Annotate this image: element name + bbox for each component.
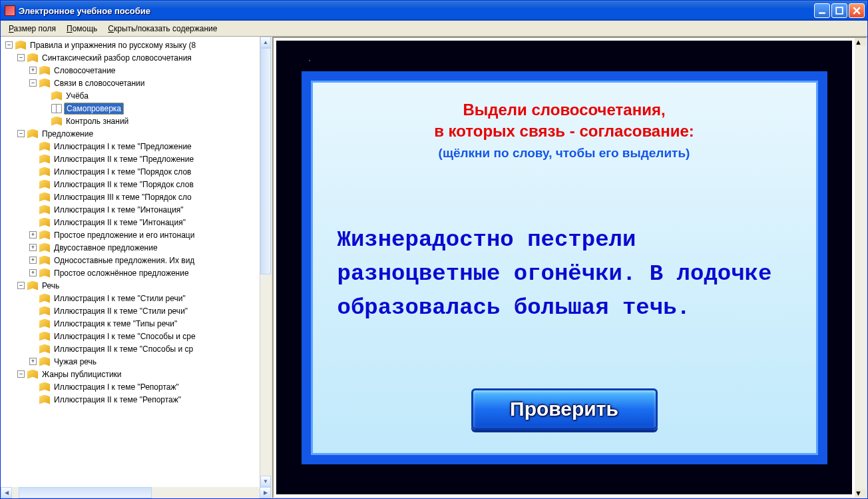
tree-node-label[interactable]: Иллюстрация I к теме "Способы и сре bbox=[52, 331, 198, 342]
book-icon bbox=[39, 243, 50, 252]
expand-icon[interactable]: + bbox=[29, 67, 37, 74]
tree-node-label[interactable]: Иллюстрация I к теме "Порядок слов bbox=[52, 167, 193, 177]
lesson-headline-1: Выдели словосочетания, bbox=[463, 101, 665, 119]
tree-node-label[interactable]: Иллюстрация I к теме "Стили речи" bbox=[52, 293, 188, 304]
tree-node[interactable]: −Речь bbox=[3, 279, 260, 292]
menu-toggle-contents[interactable]: Скрыть/показать содержание bbox=[103, 23, 222, 35]
tree-node-label[interactable]: Иллюстрация II к теме "Интонация" bbox=[52, 217, 188, 228]
collapse-icon[interactable]: − bbox=[29, 79, 37, 87]
tree-node[interactable]: Иллюстрация II к теме "Порядок слов bbox=[3, 178, 260, 191]
tree-node[interactable]: Иллюстрация I к теме "Интонация" bbox=[3, 203, 260, 216]
tree-node-label[interactable]: Чужая речь bbox=[52, 356, 99, 367]
tree-node[interactable]: −Предложение bbox=[3, 127, 260, 140]
tree-node[interactable]: +Словосочетание bbox=[3, 64, 260, 77]
collapse-icon[interactable]: − bbox=[17, 282, 25, 289]
tree-node-label[interactable]: Правила и упражнения по русскому языку (… bbox=[28, 40, 198, 51]
scroll-left-button[interactable]: ◀ bbox=[1, 487, 12, 498]
starfield-background: Выдели словосочетания, в которых связь -… bbox=[276, 41, 852, 494]
tree-node[interactable]: Иллюстрация I к теме "Предложение bbox=[3, 140, 260, 153]
tree-node[interactable]: Иллюстрация II к теме "Предложение bbox=[3, 153, 260, 165]
collapse-icon[interactable]: − bbox=[5, 41, 13, 49]
tree-node-label[interactable]: Простое осложнённое предложение bbox=[52, 268, 191, 278]
content-vertical-scrollbar[interactable]: ▲ ▼ bbox=[855, 38, 866, 497]
tree-node-label[interactable]: Жанры публицистики bbox=[40, 369, 124, 380]
expand-icon[interactable]: + bbox=[29, 269, 37, 276]
maximize-button[interactable] bbox=[831, 3, 847, 18]
tree-node-label[interactable]: Иллюстрация II к теме "Предложение bbox=[52, 154, 196, 165]
close-button[interactable] bbox=[849, 3, 865, 18]
book-icon bbox=[27, 281, 38, 290]
tree-node[interactable]: Иллюстрация II к теме "Интонация" bbox=[3, 216, 260, 229]
tree-horizontal-scrollbar[interactable]: ◀ ▶ bbox=[1, 487, 271, 498]
tree-node[interactable]: Иллюстрация I к теме "Порядок слов bbox=[3, 165, 260, 178]
scroll-right-button[interactable]: ▶ bbox=[260, 487, 271, 498]
tree-node-label[interactable]: Синтаксический разбор словосочетания bbox=[40, 53, 194, 63]
tree-node-label[interactable]: Иллюстрация к теме "Типы речи" bbox=[52, 318, 179, 329]
tree-node-label[interactable]: Иллюстрация II к теме "Стили речи" bbox=[52, 306, 190, 316]
book-icon bbox=[39, 180, 50, 189]
tree-node-label[interactable]: Иллюстрация I к теме "Репортаж" bbox=[52, 382, 181, 392]
tree-node-label[interactable]: Простое предложение и его интонаци bbox=[52, 230, 196, 241]
tree-node[interactable]: −Правила и упражнения по русскому языку … bbox=[3, 39, 260, 51]
expand-icon[interactable]: + bbox=[29, 244, 37, 251]
check-button[interactable]: Проверить bbox=[471, 388, 658, 430]
tree-node-label[interactable]: Иллюстрация I к теме "Интонация" bbox=[52, 205, 186, 215]
expand-icon[interactable]: + bbox=[29, 256, 37, 264]
content-scroll-down[interactable]: ▼ bbox=[855, 489, 866, 497]
book-icon bbox=[39, 231, 50, 240]
menu-help[interactable]: Помощь bbox=[61, 23, 103, 35]
tree-node[interactable]: +Двусоставное предложение bbox=[3, 241, 260, 254]
tree-node-label[interactable]: Предложение bbox=[40, 129, 95, 139]
tree-node[interactable]: Иллюстрация II к теме "Способы и ср bbox=[3, 342, 260, 355]
tree-node[interactable]: Иллюстрация к теме "Типы речи" bbox=[3, 317, 260, 330]
scroll-down-button[interactable]: ▼ bbox=[260, 476, 271, 487]
menu-field-size[interactable]: Размер поля bbox=[3, 23, 61, 35]
collapse-icon[interactable]: − bbox=[17, 130, 25, 137]
collapse-icon[interactable]: − bbox=[17, 370, 25, 378]
tree-node-label[interactable]: Учёба bbox=[64, 91, 91, 101]
tree-node-label[interactable]: Иллюстрация I к теме "Предложение bbox=[52, 141, 194, 152]
tree-node[interactable]: Иллюстрация II к теме "Стили речи" bbox=[3, 304, 260, 317]
tree-node[interactable]: Самопроверка bbox=[3, 102, 260, 115]
tree-node[interactable]: Иллюстрация I к теме "Способы и сре bbox=[3, 330, 260, 342]
tree-node[interactable]: +Простое осложнённое предложение bbox=[3, 266, 260, 279]
tree-node[interactable]: Иллюстрация I к теме "Репортаж" bbox=[3, 380, 260, 393]
tree-node-label[interactable]: Иллюстрация II к теме "Репортаж" bbox=[52, 394, 183, 405]
collapse-icon[interactable]: − bbox=[17, 54, 25, 61]
content-scroll-up[interactable]: ▲ bbox=[855, 38, 866, 46]
book-icon bbox=[39, 306, 50, 316]
tree-node-label[interactable]: Иллюстрация II к теме "Способы и ср bbox=[52, 344, 195, 354]
sidebar: −Правила и упражнения по русскому языку … bbox=[1, 37, 272, 498]
content-tree[interactable]: −Правила и упражнения по русскому языку … bbox=[1, 37, 260, 487]
exercise-sentence[interactable]: Жизнерадостно пестрели разноцветные огон… bbox=[331, 223, 798, 325]
tree-node-label[interactable]: Иллюстрация III к теме "Порядок сло bbox=[52, 192, 194, 203]
scroll-up-button[interactable]: ▲ bbox=[260, 37, 271, 48]
tree-node[interactable]: +Односоставные предложения. Их вид bbox=[3, 254, 260, 266]
tree-node[interactable]: Контроль знаний bbox=[3, 115, 260, 127]
tree-node[interactable]: Иллюстрация III к теме "Порядок сло bbox=[3, 191, 260, 203]
book-icon bbox=[39, 142, 50, 151]
minimize-button[interactable] bbox=[814, 3, 830, 18]
expand-icon[interactable]: + bbox=[29, 358, 37, 365]
tree-node[interactable]: Учёба bbox=[3, 89, 260, 102]
tree-node[interactable]: Иллюстрация II к теме "Репортаж" bbox=[3, 393, 260, 406]
tree-node-label[interactable]: Контроль знаний bbox=[64, 116, 130, 127]
tree-node[interactable]: −Связи в словосочетании bbox=[3, 77, 260, 89]
tree-node-label[interactable]: Двусоставное предложение bbox=[52, 243, 160, 253]
scroll-thumb[interactable] bbox=[260, 48, 271, 274]
tree-node-label[interactable]: Связи в словосочетании bbox=[52, 78, 147, 89]
tree-vertical-scrollbar[interactable]: ▲ ▼ bbox=[260, 37, 271, 487]
tree-node[interactable]: +Простое предложение и его интонаци bbox=[3, 229, 260, 241]
tree-node[interactable]: −Жанры публицистики bbox=[3, 368, 260, 380]
tree-node-label[interactable]: Словосочетание bbox=[52, 65, 118, 76]
tree-node[interactable]: −Синтаксический разбор словосочетания bbox=[3, 51, 260, 64]
expand-icon[interactable]: + bbox=[29, 231, 37, 239]
tree-node-label[interactable]: Иллюстрация II к теме "Порядок слов bbox=[52, 179, 196, 190]
scroll-thumb-h[interactable] bbox=[19, 487, 152, 498]
book-icon bbox=[39, 79, 50, 88]
tree-node-label[interactable]: Речь bbox=[40, 280, 61, 291]
tree-node-label[interactable]: Односоставные предложения. Их вид bbox=[52, 255, 196, 266]
tree-node[interactable]: Иллюстрация I к теме "Стили речи" bbox=[3, 292, 260, 304]
tree-node[interactable]: +Чужая речь bbox=[3, 355, 260, 368]
tree-node-label[interactable]: Самопроверка bbox=[64, 103, 124, 115]
